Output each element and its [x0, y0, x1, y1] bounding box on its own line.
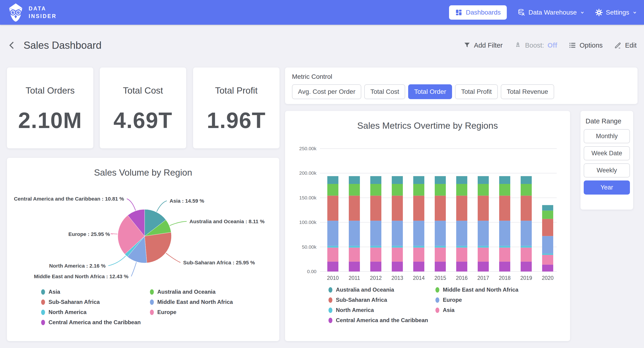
- bar-segment-europe[interactable]: [327, 221, 338, 246]
- bar-segment-sub-saharan-africa[interactable]: [499, 196, 510, 221]
- bar-segment-australia-and-oceania[interactable]: [499, 176, 510, 184]
- bar-segment-central-america-and-the-caribbean[interactable]: [349, 262, 360, 271]
- bar-segment-north-america[interactable]: [413, 246, 424, 248]
- bar-segment-middle-east-and-north-africa[interactable]: [327, 184, 338, 196]
- bar-segment-middle-east-and-north-africa[interactable]: [392, 184, 403, 196]
- bar-segment-europe[interactable]: [478, 221, 489, 246]
- bar-segment-middle-east-and-north-africa[interactable]: [349, 184, 360, 196]
- bar-segment-asia[interactable]: [349, 248, 360, 262]
- bar-legend-item-north-america[interactable]: North America: [328, 307, 436, 313]
- bar-segment-europe[interactable]: [370, 221, 381, 246]
- bar-segment-north-america[interactable]: [392, 246, 403, 248]
- bar-legend-item-middle-east-and-north-africa[interactable]: Middle East and North Africa: [436, 286, 518, 293]
- bar-segment-central-america-and-the-caribbean[interactable]: [456, 262, 467, 271]
- bar-segment-central-america-and-the-caribbean[interactable]: [392, 262, 403, 271]
- bar-segment-middle-east-and-north-africa[interactable]: [370, 184, 381, 196]
- bar-segment-middle-east-and-north-africa[interactable]: [456, 184, 467, 196]
- date-range-option-weekly[interactable]: Weekly: [584, 163, 630, 177]
- bar-segment-asia[interactable]: [542, 255, 553, 265]
- bar-segment-australia-and-oceania[interactable]: [542, 205, 553, 211]
- bar-segment-north-america[interactable]: [370, 246, 381, 248]
- bar-segment-asia[interactable]: [392, 248, 403, 262]
- pie-legend-item-north-america[interactable]: North America: [41, 309, 150, 315]
- bar-segment-australia-and-oceania[interactable]: [327, 176, 338, 184]
- add-filter-button[interactable]: Add Filter: [464, 42, 503, 49]
- bar-segment-north-america[interactable]: [542, 253, 553, 255]
- bar-segment-central-america-and-the-caribbean[interactable]: [370, 262, 381, 271]
- metric-option-total-profit[interactable]: Total Profit: [455, 84, 498, 99]
- nav-settings-button[interactable]: Settings: [595, 9, 637, 16]
- bar-segment-sub-saharan-africa[interactable]: [392, 196, 403, 221]
- bar-legend-item-central-america-and-the-caribbean[interactable]: Central America and the Caribbean: [328, 317, 436, 323]
- bar-segment-asia[interactable]: [370, 248, 381, 262]
- bar-segment-sub-saharan-africa[interactable]: [327, 196, 338, 221]
- bar-segment-europe[interactable]: [413, 221, 424, 246]
- pie-legend-item-middle-east-and-north-africa[interactable]: Middle East and North Africa: [150, 299, 233, 305]
- bar-segment-middle-east-and-north-africa[interactable]: [478, 184, 489, 196]
- bar-segment-australia-and-oceania[interactable]: [521, 176, 532, 184]
- bar-segment-north-america[interactable]: [456, 246, 467, 248]
- bar-segment-middle-east-and-north-africa[interactable]: [542, 210, 553, 219]
- boost-toggle[interactable]: Boost: Off: [514, 42, 557, 49]
- bar-segment-asia[interactable]: [456, 248, 467, 262]
- bar-segment-europe[interactable]: [521, 221, 532, 246]
- bar-segment-australia-and-oceania[interactable]: [456, 176, 467, 184]
- bar-segment-middle-east-and-north-africa[interactable]: [413, 184, 424, 196]
- bar-legend-item-europe[interactable]: Europe: [436, 297, 518, 303]
- bar-segment-north-america[interactable]: [521, 246, 532, 248]
- bar-segment-australia-and-oceania[interactable]: [392, 176, 403, 184]
- metric-option-avg-cost-per-order[interactable]: Avg. Cost per Order: [292, 84, 361, 99]
- options-button[interactable]: Options: [569, 42, 603, 49]
- bar-segment-sub-saharan-africa[interactable]: [542, 219, 553, 236]
- edit-button[interactable]: Edit: [614, 42, 636, 49]
- bar-segment-central-america-and-the-caribbean[interactable]: [499, 262, 510, 271]
- metric-option-total-revenue[interactable]: Total Revenue: [501, 84, 554, 99]
- back-button[interactable]: [8, 41, 17, 50]
- bar-segment-sub-saharan-africa[interactable]: [478, 196, 489, 221]
- bar-legend-item-australia-and-oceania[interactable]: Australia and Oceania: [328, 286, 436, 293]
- bar-segment-asia[interactable]: [478, 248, 489, 262]
- bar-segment-central-america-and-the-caribbean[interactable]: [521, 262, 532, 271]
- bar-segment-europe[interactable]: [435, 221, 446, 246]
- pie-legend-item-central-america-and-the-caribbean[interactable]: Central America and the Caribbean: [41, 319, 150, 325]
- bar-segment-europe[interactable]: [349, 221, 360, 246]
- bar-segment-sub-saharan-africa[interactable]: [435, 196, 446, 221]
- bar-segment-central-america-and-the-caribbean[interactable]: [435, 262, 446, 271]
- bar-segment-asia[interactable]: [521, 248, 532, 262]
- nav-dashboards-button[interactable]: Dashboards: [449, 5, 507, 20]
- date-range-option-monthly[interactable]: Monthly: [584, 129, 630, 143]
- bar-segment-central-america-and-the-caribbean[interactable]: [478, 262, 489, 271]
- date-range-option-week-date[interactable]: Week Date: [584, 146, 630, 160]
- bar-segment-asia[interactable]: [413, 248, 424, 262]
- pie-legend-item-sub-saharan-africa[interactable]: Sub-Saharan Africa: [41, 299, 150, 305]
- metric-option-total-order[interactable]: Total Order: [408, 84, 452, 99]
- bar-segment-europe[interactable]: [499, 221, 510, 246]
- bar-segment-north-america[interactable]: [478, 246, 489, 248]
- bar-segment-asia[interactable]: [435, 248, 446, 262]
- bar-segment-sub-saharan-africa[interactable]: [456, 196, 467, 221]
- bar-segment-asia[interactable]: [327, 248, 338, 262]
- bar-segment-middle-east-and-north-africa[interactable]: [521, 184, 532, 196]
- bar-segment-sub-saharan-africa[interactable]: [349, 196, 360, 221]
- bar-segment-australia-and-oceania[interactable]: [435, 176, 446, 184]
- bar-segment-sub-saharan-africa[interactable]: [370, 196, 381, 221]
- pie-legend-item-asia[interactable]: Asia: [41, 289, 150, 295]
- bar-legend-item-sub-saharan-africa[interactable]: Sub-Saharan Africa: [328, 297, 436, 303]
- bar-segment-north-america[interactable]: [435, 246, 446, 248]
- bar-segment-australia-and-oceania[interactable]: [478, 176, 489, 184]
- bar-segment-north-america[interactable]: [499, 246, 510, 248]
- pie-legend-item-australia-and-oceania[interactable]: Australia and Oceania: [150, 289, 233, 295]
- bar-segment-australia-and-oceania[interactable]: [349, 176, 360, 184]
- nav-data-warehouse-button[interactable]: Data Warehouse: [518, 9, 585, 17]
- bar-segment-central-america-and-the-caribbean[interactable]: [327, 262, 338, 271]
- bar-segment-europe[interactable]: [392, 221, 403, 246]
- pie-slice-sub-saharan-africa[interactable]: [144, 232, 172, 263]
- bar-segment-central-america-and-the-caribbean[interactable]: [542, 265, 553, 271]
- bar-segment-north-america[interactable]: [349, 246, 360, 248]
- bar-segment-australia-and-oceania[interactable]: [413, 176, 424, 184]
- bar-segment-sub-saharan-africa[interactable]: [413, 196, 424, 221]
- bar-segment-middle-east-and-north-africa[interactable]: [499, 184, 510, 196]
- bar-segment-middle-east-and-north-africa[interactable]: [435, 184, 446, 196]
- date-range-option-year[interactable]: Year: [584, 180, 630, 195]
- bar-segment-europe[interactable]: [456, 221, 467, 246]
